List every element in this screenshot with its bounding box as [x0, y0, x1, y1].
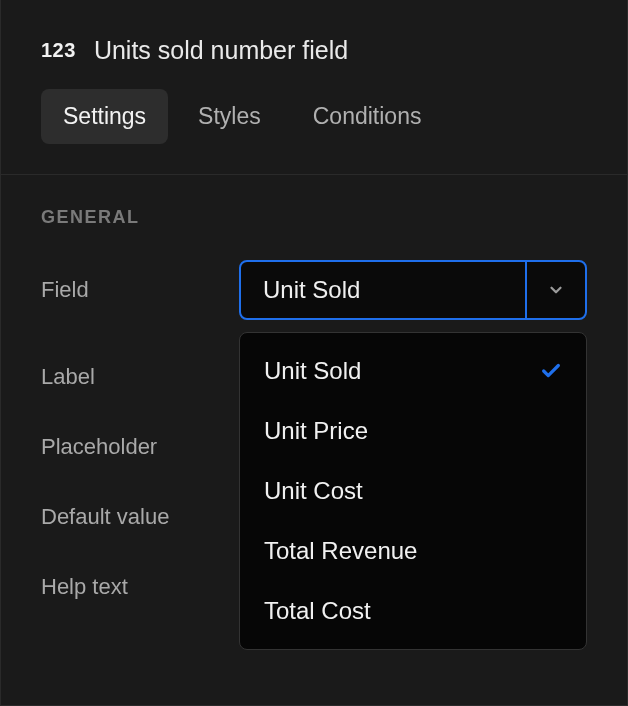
general-section: GENERAL Field Unit Sold Unit Sold Unit P…: [1, 175, 627, 676]
field-control: Unit Sold Unit Sold Unit Price Unit Cost…: [239, 260, 587, 320]
number-type-icon: 123: [41, 39, 76, 62]
dropdown-option-label: Unit Price: [264, 417, 368, 445]
field-label: Field: [41, 277, 239, 303]
tab-bar: Settings Styles Conditions: [1, 89, 627, 175]
field-dropdown: Unit Sold Unit Price Unit Cost Total Rev…: [239, 332, 587, 650]
field-select[interactable]: Unit Sold: [239, 260, 587, 320]
placeholder-label: Placeholder: [41, 434, 239, 460]
dropdown-option-label: Unit Sold: [264, 357, 361, 385]
tab-settings[interactable]: Settings: [41, 89, 168, 144]
field-select-toggle[interactable]: [525, 262, 585, 318]
label-label: Label: [41, 364, 239, 390]
tab-styles[interactable]: Styles: [176, 89, 283, 144]
help-text-label: Help text: [41, 574, 239, 600]
dropdown-option-label: Total Revenue: [264, 537, 417, 565]
dropdown-option-unit-cost[interactable]: Unit Cost: [240, 461, 586, 521]
panel-title: Units sold number field: [94, 36, 348, 65]
dropdown-option-label: Total Cost: [264, 597, 371, 625]
row-field: Field Unit Sold Unit Sold Unit Price Uni…: [41, 260, 587, 320]
chevron-down-icon: [547, 281, 565, 299]
check-icon: [540, 360, 562, 382]
dropdown-option-label: Unit Cost: [264, 477, 363, 505]
section-heading-general: GENERAL: [41, 207, 587, 228]
dropdown-option-total-cost[interactable]: Total Cost: [240, 581, 586, 641]
dropdown-option-unit-sold[interactable]: Unit Sold: [240, 341, 586, 401]
dropdown-option-total-revenue[interactable]: Total Revenue: [240, 521, 586, 581]
field-select-value: Unit Sold: [241, 262, 525, 318]
tab-conditions[interactable]: Conditions: [291, 89, 444, 144]
default-value-label: Default value: [41, 504, 239, 530]
panel-header: 123 Units sold number field: [1, 0, 627, 89]
dropdown-option-unit-price[interactable]: Unit Price: [240, 401, 586, 461]
